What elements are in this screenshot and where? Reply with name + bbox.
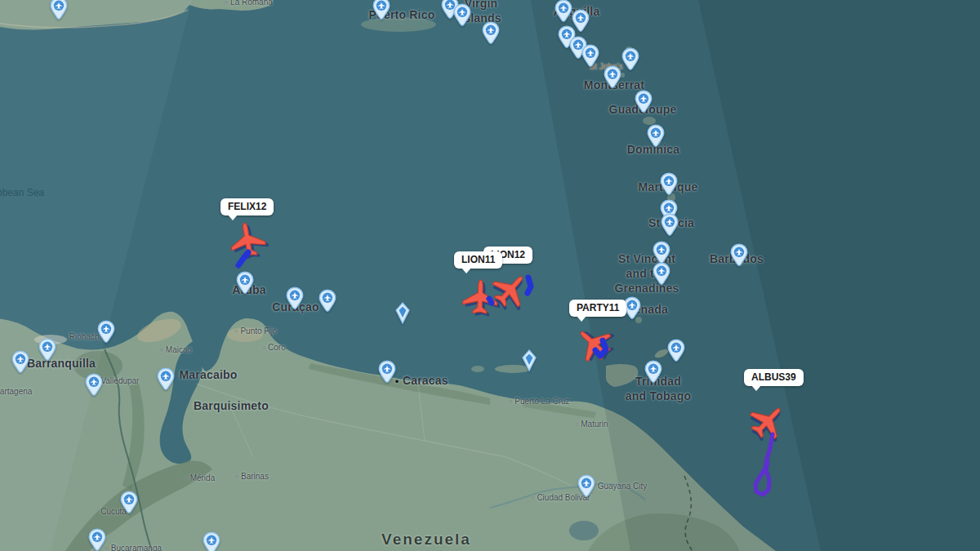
- airport-pin-icon: [644, 360, 662, 384]
- airport-pin-icon: [647, 124, 665, 148]
- airport-pin-icon: [660, 172, 678, 196]
- airport-pin[interactable]: [653, 262, 670, 286]
- airport-pin[interactable]: [236, 271, 254, 295]
- airport-pin-icon: [88, 528, 106, 551]
- airport-pin-icon: [482, 21, 500, 45]
- airport-pin-icon: [453, 3, 471, 27]
- airport-pin-icon: [236, 271, 254, 295]
- airport-pin[interactable]: [372, 0, 390, 20]
- airport-pin-icon: [378, 360, 396, 384]
- airport-pin[interactable]: [667, 339, 685, 362]
- aircraft-callsign: ALBUS39: [751, 371, 796, 383]
- airport-pin-icon: [604, 65, 621, 89]
- airport-pin[interactable]: [11, 350, 29, 374]
- airport-pin-icon: [157, 367, 175, 391]
- airport-pin[interactable]: [85, 373, 103, 397]
- airplane-glyph: [226, 219, 269, 261]
- airport-pin[interactable]: [88, 528, 106, 551]
- airport-pin-icon: [653, 262, 670, 286]
- airport-pin[interactable]: [647, 124, 665, 148]
- airport-pin-icon: [635, 90, 653, 113]
- airport-pin-icon: [120, 491, 138, 514]
- aircraft-icon[interactable]: [746, 400, 789, 442]
- airport-pin-icon: [286, 287, 304, 310]
- aircraft-callsign: FELIX12: [228, 201, 266, 212]
- waypoint-pin-icon: [520, 349, 538, 372]
- airport-pin[interactable]: [318, 289, 336, 313]
- airport-pin-icon: [50, 0, 68, 20]
- markers-layer: FELIX12LION12LION11PARTY11ALBUS39: [0, 0, 980, 551]
- airport-pin[interactable]: [581, 44, 599, 68]
- airport-pin-icon: [97, 320, 115, 344]
- airport-pin-icon: [11, 350, 29, 374]
- airport-pin[interactable]: [555, 0, 572, 23]
- airport-pin[interactable]: [577, 474, 595, 498]
- airport-pin[interactable]: [97, 320, 115, 344]
- aircraft-callout[interactable]: PARTY11: [569, 300, 626, 317]
- waypoint-pin-icon: [394, 301, 412, 325]
- aircraft-icon[interactable]: [572, 322, 615, 365]
- airport-pin-icon: [621, 47, 639, 71]
- airport-pin[interactable]: [644, 360, 662, 384]
- airport-pin-icon: [372, 0, 390, 20]
- airport-pin-icon: [730, 243, 748, 267]
- airport-pin[interactable]: [730, 243, 748, 267]
- airport-pin[interactable]: [38, 338, 56, 362]
- airport-pin-icon: [577, 474, 595, 498]
- airport-pin[interactable]: [482, 21, 500, 45]
- airport-pin[interactable]: [453, 3, 471, 27]
- airport-pin[interactable]: [286, 287, 304, 310]
- airport-pin-icon: [38, 338, 56, 362]
- aircraft-callsign: LION11: [461, 254, 495, 265]
- airport-pin[interactable]: [203, 531, 220, 551]
- airport-pin[interactable]: [660, 172, 678, 196]
- airport-pin-icon: [203, 531, 220, 551]
- airport-pin-icon: [653, 241, 670, 264]
- waypoint-pin[interactable]: [394, 301, 412, 325]
- aircraft-callout[interactable]: ALBUS39: [744, 369, 804, 386]
- aircraft-callout[interactable]: LION11: [454, 251, 502, 269]
- waypoint-pin[interactable]: [520, 349, 538, 372]
- aircraft-callout[interactable]: FELIX12: [220, 198, 274, 216]
- airport-pin-icon: [581, 44, 599, 68]
- airplane-glyph: [459, 276, 501, 318]
- airport-pin[interactable]: [120, 491, 138, 514]
- airplane-glyph: [746, 400, 789, 442]
- aircraft-icon[interactable]: [459, 276, 501, 318]
- airport-pin[interactable]: [378, 360, 396, 384]
- airplane-glyph: [572, 322, 615, 365]
- map-canvas[interactable]: Puerto RicoVirginIslandsAnguillaSt John'…: [0, 0, 980, 551]
- airport-pin[interactable]: [653, 241, 670, 264]
- airport-pin-icon: [318, 289, 336, 313]
- airport-pin[interactable]: [635, 90, 653, 113]
- airport-pin[interactable]: [604, 65, 621, 89]
- airport-pin-icon: [85, 373, 103, 397]
- aircraft-callsign: PARTY11: [577, 302, 619, 313]
- airport-pin[interactable]: [621, 47, 639, 71]
- airport-pin[interactable]: [661, 213, 679, 237]
- airport-pin-icon: [661, 213, 679, 237]
- airport-pin-icon: [667, 339, 685, 362]
- aircraft-icon[interactable]: [226, 219, 269, 261]
- airport-pin-icon: [555, 0, 572, 23]
- airport-pin[interactable]: [50, 0, 68, 20]
- airport-pin[interactable]: [157, 367, 175, 391]
